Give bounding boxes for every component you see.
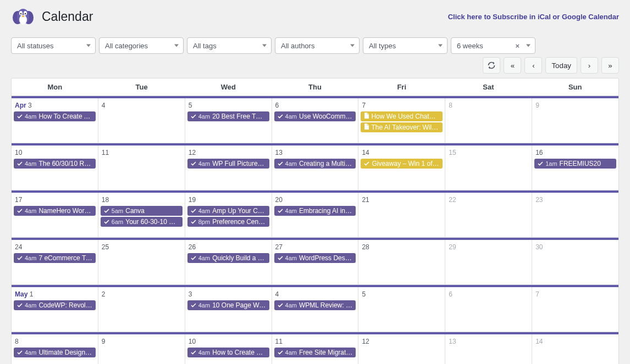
calendar-day[interactable]: Apr 34amHow To Create A Woo... [12, 98, 98, 143]
calendar-event[interactable]: How We Used ChatGPT to... [361, 111, 443, 121]
next-button[interactable]: › [581, 57, 598, 74]
date-number: 6 [446, 289, 455, 299]
calendar-day[interactable]: 11 [98, 145, 185, 190]
filter-category[interactable]: All categories [99, 37, 184, 54]
calendar-day[interactable]: 13 [445, 334, 532, 364]
filter-range[interactable]: 6 weeks× [451, 37, 535, 54]
calendar-day[interactable]: 9 [98, 334, 185, 364]
check-icon [278, 303, 283, 308]
date-number: 5 [186, 100, 195, 110]
chevron-down-icon [350, 44, 355, 47]
filter-tag[interactable]: All tags [187, 37, 272, 54]
calendar-day[interactable]: 124amWP Full Picture Revie... [185, 145, 272, 190]
svg-point-6 [20, 13, 22, 15]
calendar-event[interactable]: 5amCanva [101, 206, 183, 216]
calendar-day[interactable]: 12 [358, 334, 445, 364]
calendar-event[interactable]: 4amCodeWP: Revolutioniz... [14, 300, 96, 310]
calendar-event[interactable]: 4amEmbracing AI in Web ... [274, 206, 356, 216]
calendar-day[interactable]: 21 [358, 193, 445, 237]
event-time: 4am [198, 255, 210, 261]
event-time: 4am [285, 255, 297, 261]
calendar-day[interactable]: 30 [532, 240, 618, 284]
chevron-down-icon [438, 44, 443, 47]
calendar-event[interactable]: 4am7 eCommerce Trends ... [14, 253, 96, 263]
calendar-day[interactable]: May 14amCodeWP: Revolutioniz... [12, 287, 98, 332]
calendar-day[interactable]: 204amEmbracing AI in Web ... [272, 193, 359, 237]
refresh-button[interactable] [483, 57, 500, 74]
prev-button[interactable]: ‹ [524, 57, 542, 74]
calendar-day[interactable]: 161amFREEMIUS20 [532, 145, 618, 190]
calendar-event[interactable]: 4amQuickly Build a Multili... [187, 253, 269, 263]
calendar-day[interactable]: 4 [98, 98, 185, 143]
calendar-day[interactable]: 34am10 One Page WordPre... [185, 287, 272, 332]
calendar-day[interactable]: 8 [445, 98, 532, 143]
check-icon [278, 208, 283, 214]
filter-bar: All statuses All categories All tags All… [11, 37, 619, 54]
calendar-day[interactable]: 5 [358, 287, 445, 332]
calendar-event[interactable]: 4amUse WooCommerce t... [274, 111, 356, 121]
calendar-event[interactable]: Giveaway – Win 1 of 10 O... [361, 159, 443, 169]
calendar-day[interactable]: 6 [445, 287, 532, 332]
calendar-day[interactable]: 2 [98, 287, 185, 332]
calendar-event[interactable]: 4amWordPress Designer ... [274, 253, 356, 263]
calendar-day[interactable]: 29 [445, 240, 532, 284]
calendar-event[interactable]: 4amCreating a Multilingua... [274, 159, 356, 169]
filter-type[interactable]: All types [363, 37, 447, 54]
calendar-day[interactable]: 244am7 eCommerce Trends ... [12, 240, 98, 284]
day-header: Wed [185, 79, 272, 96]
calendar-event[interactable]: 4amFree Site Migrations t... [274, 348, 356, 357]
calendar-day[interactable]: 23 [532, 193, 618, 237]
date-number: Apr 3 [13, 100, 34, 110]
clear-icon[interactable]: × [515, 42, 520, 50]
calendar-day[interactable]: 194amAmp Up Your Campai...8pmPreference … [185, 193, 272, 237]
calendar-day[interactable]: 114amFree Site Migrations t... [272, 334, 359, 364]
today-button[interactable]: Today [545, 57, 577, 74]
calendar-event[interactable]: 4am20 Best Free Themes ... [187, 111, 269, 121]
calendar-day[interactable]: 104amHow to Create a Multil... [185, 334, 272, 364]
calendar-day[interactable]: 84amUltimate Design Contr... [12, 334, 98, 364]
event-title: 20 Best Free Themes ... [212, 113, 266, 120]
calendar-day[interactable]: 264amQuickly Build a Multili... [185, 240, 272, 284]
first-button[interactable]: « [504, 57, 521, 74]
calendar-event[interactable]: 4amUltimate Design Contr... [14, 348, 96, 357]
calendar-day[interactable]: 9 [532, 98, 618, 143]
date-number: 15 [446, 148, 458, 158]
filter-author[interactable]: All authors [275, 37, 360, 54]
calendar-event[interactable]: 4amNameHero WordPress... [14, 206, 96, 216]
calendar-event[interactable]: 4amWP Full Picture Revie... [187, 159, 269, 169]
check-icon [278, 350, 283, 355]
calendar-day[interactable]: 54am20 Best Free Themes ... [185, 98, 272, 143]
calendar-day[interactable]: 22 [445, 193, 532, 237]
calendar-day[interactable]: 104amThe 60/30/10 Rule Ma... [12, 145, 98, 190]
calendar-day[interactable]: 274amWordPress Designer ... [272, 240, 359, 284]
calendar-day[interactable]: 44amWPML Review: WordP... [272, 287, 359, 332]
calendar-event[interactable]: 4amAmp Up Your Campai... [187, 206, 269, 216]
calendar-day[interactable]: 134amCreating a Multilingua... [272, 145, 359, 190]
calendar-event[interactable]: 4am10 One Page WordPre... [187, 300, 269, 310]
calendar-event[interactable]: 4amThe 60/30/10 Rule Ma... [14, 159, 96, 169]
calendar-event[interactable]: 1amFREEMIUS20 [534, 159, 616, 169]
calendar-event[interactable]: The AI Takeover: Will Artif... [361, 122, 443, 132]
calendar-day[interactable]: 7How We Used ChatGPT to...The AI Takeove… [358, 98, 445, 143]
calendar-day[interactable]: 25 [98, 240, 185, 284]
calendar-day[interactable]: 174amNameHero WordPress... [12, 193, 98, 237]
calendar-event[interactable]: 6amYour 60-30-10 Rule G... [101, 217, 183, 227]
calendar-day[interactable]: 7 [532, 287, 618, 332]
subscribe-link[interactable]: Click here to Subscribe in iCal or Googl… [448, 13, 619, 21]
calendar-day[interactable]: 185amCanva6amYour 60-30-10 Rule G... [98, 193, 185, 237]
calendar-event[interactable]: 8pmPreference Center [187, 217, 269, 227]
calendar-event[interactable]: 4amHow to Create a Multil... [187, 348, 269, 357]
check-icon [191, 219, 196, 225]
last-button[interactable]: » [601, 57, 619, 74]
calendar-day[interactable]: 64amUse WooCommerce t... [272, 98, 359, 143]
filter-status[interactable]: All statuses [11, 37, 96, 54]
calendar-event[interactable]: 4amWPML Review: WordP... [274, 300, 356, 310]
calendar-event[interactable]: 4amHow To Create A Woo... [14, 111, 96, 121]
calendar-day[interactable]: 28 [358, 240, 445, 284]
event-title: WordPress Designer ... [299, 254, 352, 262]
event-time: 4am [285, 113, 297, 120]
date-number: 12 [186, 148, 198, 158]
calendar-day[interactable]: 14Giveaway – Win 1 of 10 O... [358, 145, 445, 190]
calendar-day[interactable]: 14 [532, 334, 618, 364]
calendar-day[interactable]: 15 [445, 145, 532, 190]
